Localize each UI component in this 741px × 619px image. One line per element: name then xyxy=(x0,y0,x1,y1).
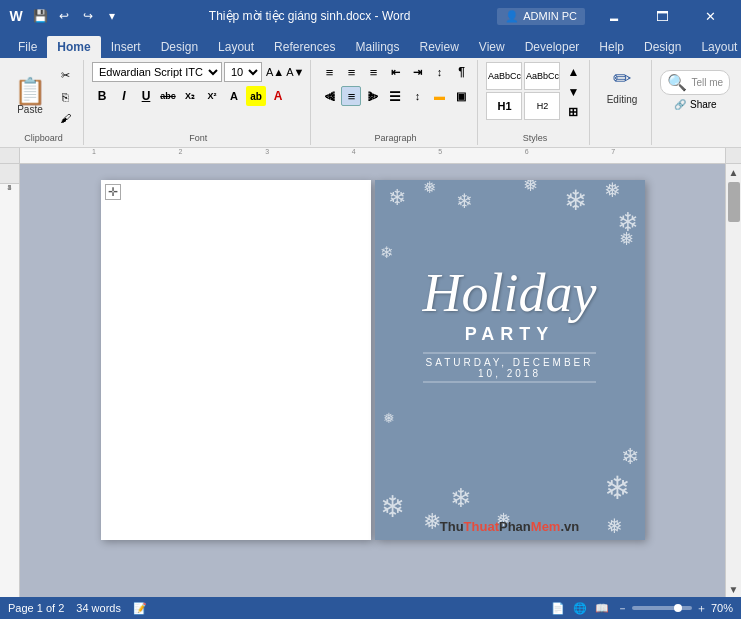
zoom-slider-thumb[interactable] xyxy=(674,604,682,612)
tab-review[interactable]: Review xyxy=(409,36,468,58)
tab-insert[interactable]: Insert xyxy=(101,36,151,58)
cut-btn[interactable]: ✂ xyxy=(53,66,77,86)
status-bar: Page 1 of 2 34 words 📝 📄 🌐 📖 － ＋ 70% xyxy=(0,597,741,619)
styles-down-btn[interactable]: ▼ xyxy=(563,82,583,102)
paragraph-row1: ≡ ≡ ≡ ⇤ ⇥ ↕ ¶ xyxy=(319,62,471,82)
font-color-btn[interactable]: A xyxy=(268,86,288,106)
save-btn[interactable]: 💾 xyxy=(30,6,50,26)
snowflake-8: ❅ xyxy=(619,230,634,248)
underline-btn[interactable]: U xyxy=(136,86,156,106)
styles-content: AaBbCc AaBbCc H1 H2 ▲ ▼ ⊞ xyxy=(486,62,583,131)
line-spacing-btn[interactable]: ↕ xyxy=(407,86,427,106)
snowflake-b6: ❅ xyxy=(606,516,623,536)
increase-indent-btn[interactable]: ⇥ xyxy=(407,62,427,82)
tab-home[interactable]: Home xyxy=(47,36,100,58)
copy-btn[interactable]: ⎘ xyxy=(53,87,77,107)
clipboard-group: 📋 Paste ✂ ⎘ 🖌 Clipboard xyxy=(4,60,84,145)
styles-up-btn[interactable]: ▲ xyxy=(563,62,583,82)
zoom-in-btn[interactable]: ＋ xyxy=(696,601,707,616)
scroll-down-btn[interactable]: ▼ xyxy=(726,581,742,597)
tab-design[interactable]: Design xyxy=(151,36,208,58)
style-h2[interactable]: H2 xyxy=(524,92,560,120)
redo-btn[interactable]: ↪ xyxy=(78,6,98,26)
decrease-indent-btn[interactable]: ⇤ xyxy=(385,62,405,82)
tab-file[interactable]: File xyxy=(8,36,47,58)
justify-btn[interactable]: ☰ xyxy=(385,86,405,106)
watermark-thuat: Thuat xyxy=(464,519,499,534)
tab-layout[interactable]: Layout xyxy=(208,36,264,58)
tell-me-content: 🔍 Tell me 🔗 Share xyxy=(660,62,730,110)
strikethrough-btn[interactable]: abc xyxy=(158,86,178,106)
style-h1[interactable]: H1 xyxy=(486,92,522,120)
superscript-btn[interactable]: X² xyxy=(202,86,222,106)
tab-help[interactable]: Help xyxy=(589,36,634,58)
bold-btn[interactable]: B xyxy=(92,86,112,106)
zoom-out-btn[interactable]: － xyxy=(617,601,628,616)
main-area: 1 2 3 4 5 ✛ ❄ ❅ ❄ ❅ ❄ ❅ ❄ ❅ ❄ Holiday xyxy=(0,164,741,597)
paragraph-label: Paragraph xyxy=(374,133,416,143)
tab-references[interactable]: References xyxy=(264,36,345,58)
share-btn[interactable]: 🔗 Share xyxy=(674,99,717,110)
clear-format-btn[interactable]: A xyxy=(224,86,244,106)
align-right-btn[interactable]: ⫸ xyxy=(363,86,383,106)
ribbon: 📋 Paste ✂ ⎘ 🖌 Clipboard Edwardian Script… xyxy=(0,58,741,148)
paragraph-content: ≡ ≡ ≡ ⇤ ⇥ ↕ ¶ ⫷ ≡ ⫸ ☰ ↕ ▬ ▣ xyxy=(319,62,471,131)
scroll-track xyxy=(726,180,741,581)
tab-view[interactable]: View xyxy=(469,36,515,58)
editing-btn[interactable]: ✏ Editing xyxy=(603,62,642,109)
horizontal-ruler: 1 2 3 4 5 6 7 xyxy=(0,148,741,164)
paragraph-group: ≡ ≡ ≡ ⇤ ⇥ ↕ ¶ ⫷ ≡ ⫸ ☰ ↕ ▬ ▣ Paragraph xyxy=(313,60,478,145)
styles-more-btn[interactable]: ⊞ xyxy=(563,102,583,122)
bullets-btn[interactable]: ≡ xyxy=(319,62,339,82)
undo-btn[interactable]: ↩ xyxy=(54,6,74,26)
scroll-up-btn[interactable]: ▲ xyxy=(726,164,742,180)
customize-btn[interactable]: ▾ xyxy=(102,6,122,26)
tab-layout2[interactable]: Layout xyxy=(691,36,741,58)
decrease-font-btn[interactable]: A▼ xyxy=(286,66,304,78)
tab-mailings[interactable]: Mailings xyxy=(345,36,409,58)
style-no-spacing[interactable]: AaBbCc xyxy=(524,62,560,90)
borders-btn[interactable]: ▣ xyxy=(451,86,471,106)
snowflake-b5: ❄ xyxy=(604,472,631,504)
shading-btn[interactable]: ▬ xyxy=(429,86,449,106)
styles-group: AaBbCc AaBbCc H1 H2 ▲ ▼ ⊞ Styles xyxy=(480,60,590,145)
sort-btn[interactable]: ↕ xyxy=(429,62,449,82)
view-web-btn[interactable]: 🌐 xyxy=(573,602,587,615)
font-name-select[interactable]: Edwardian Script ITC xyxy=(92,62,222,82)
text-highlight-btn[interactable]: ab xyxy=(246,86,266,106)
increase-font-btn[interactable]: A▲ xyxy=(266,66,284,78)
show-marks-btn[interactable]: ¶ xyxy=(451,62,471,82)
holiday-script: Holiday xyxy=(423,266,597,320)
quick-access-toolbar: 💾 ↩ ↪ ▾ xyxy=(30,6,122,26)
align-center-btn[interactable]: ≡ xyxy=(341,86,361,106)
paste-button[interactable]: 📋 Paste xyxy=(10,76,50,117)
share-label: Share xyxy=(690,99,717,110)
paragraph-row2: ⫷ ≡ ⫸ ☰ ↕ ▬ ▣ xyxy=(319,86,471,106)
subscript-btn[interactable]: X₂ xyxy=(180,86,200,106)
vertical-scrollbar[interactable]: ▲ ▼ xyxy=(725,164,741,597)
view-print-btn[interactable]: 📄 xyxy=(551,602,565,615)
close-btn[interactable]: ✕ xyxy=(687,0,733,32)
move-handle[interactable]: ✛ xyxy=(105,184,121,200)
numbering-btn[interactable]: ≡ xyxy=(341,62,361,82)
spell-check-icon[interactable]: 📝 xyxy=(133,602,147,615)
italic-btn[interactable]: I xyxy=(114,86,134,106)
view-read-btn[interactable]: 📖 xyxy=(595,602,609,615)
document-title: Thiệp mời tiệc giáng sinh.docx - Word xyxy=(122,9,497,23)
style-items2: H1 H2 xyxy=(486,92,560,120)
multilevel-btn[interactable]: ≡ xyxy=(363,62,383,82)
font-label: Font xyxy=(189,133,207,143)
font-content: Edwardian Script ITC 105 A▲ A▼ B I U abc… xyxy=(92,62,304,131)
format-painter-btn[interactable]: 🖌 xyxy=(53,108,77,128)
scroll-thumb[interactable] xyxy=(728,182,740,222)
minimize-btn[interactable]: 🗕 xyxy=(591,0,637,32)
snowflake-b3: ❄ xyxy=(450,485,472,511)
align-left-btn[interactable]: ⫷ xyxy=(319,86,339,106)
style-normal[interactable]: AaBbCc xyxy=(486,62,522,90)
zoom-slider[interactable] xyxy=(632,606,692,610)
tab-design2[interactable]: Design xyxy=(634,36,691,58)
font-size-select[interactable]: 105 xyxy=(224,62,262,82)
tab-developer[interactable]: Developer xyxy=(515,36,590,58)
maximize-btn[interactable]: 🗖 xyxy=(639,0,685,32)
tell-me-input[interactable]: 🔍 Tell me xyxy=(660,70,730,95)
